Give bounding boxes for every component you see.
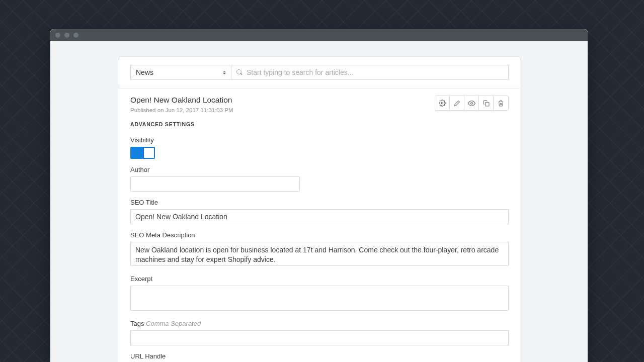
toggle-knob <box>143 147 154 158</box>
app-window: News Open! New Oakland Location Publishe… <box>50 29 588 362</box>
title-block: Open! New Oakland Location Published on … <box>130 96 233 113</box>
card-body: Open! New Oakland Location Published on … <box>119 88 520 362</box>
excerpt-textarea[interactable] <box>130 286 509 311</box>
author-input[interactable] <box>130 176 300 192</box>
window-minimize-dot[interactable] <box>64 33 69 38</box>
advanced-settings-heading: ADVANCED SETTINGS <box>130 121 509 127</box>
visibility-label: Visibility <box>130 136 509 144</box>
settings-button[interactable] <box>435 96 450 110</box>
tags-input[interactable] <box>130 330 509 345</box>
chevron-updown-icon <box>223 71 226 74</box>
title-row: Open! New Oakland Location Published on … <box>130 96 509 113</box>
visibility-field: Visibility <box>130 136 509 159</box>
copy-icon <box>483 100 490 107</box>
category-select-value: News <box>136 68 153 76</box>
url-handle-field: URL Handle <box>130 352 509 362</box>
delete-button[interactable] <box>494 96 508 110</box>
svg-point-1 <box>470 102 472 104</box>
window-zoom-dot[interactable] <box>73 33 78 38</box>
seo-title-input[interactable] <box>130 209 509 224</box>
seo-title-label: SEO Title <box>130 199 509 206</box>
category-select[interactable]: News <box>130 65 231 80</box>
seo-meta-textarea[interactable] <box>130 242 509 266</box>
search-input[interactable] <box>247 68 503 76</box>
window-close-dot[interactable] <box>55 33 60 38</box>
article-card: News Open! New Oakland Location Publishe… <box>119 56 520 362</box>
pencil-icon <box>454 100 460 107</box>
published-prefix: Published on <box>130 107 166 113</box>
trash-icon <box>498 100 504 107</box>
eye-icon <box>468 100 475 107</box>
tags-label: Tags Comma Separated <box>130 320 509 327</box>
url-handle-label: URL Handle <box>130 352 509 360</box>
author-field: Author <box>130 166 509 192</box>
article-title: Open! New Oakland Location <box>130 96 233 105</box>
excerpt-label: Excerpt <box>130 275 509 283</box>
tags-hint: Comma Separated <box>146 320 201 327</box>
app-content: News Open! New Oakland Location Publishe… <box>50 41 588 362</box>
tags-label-text: Tags <box>130 320 146 327</box>
duplicate-button[interactable] <box>479 96 494 110</box>
author-label: Author <box>130 166 509 173</box>
search-icon <box>236 69 243 75</box>
seo-meta-label: SEO Meta Description <box>130 231 509 239</box>
published-line: Published on Jun 12, 2017 11:31:03 PM <box>130 107 233 113</box>
action-button-group <box>435 96 509 111</box>
view-button[interactable] <box>464 96 479 110</box>
window-titlebar <box>50 29 588 41</box>
svg-point-0 <box>441 102 443 104</box>
seo-meta-field: SEO Meta Description <box>130 231 509 268</box>
search-field-wrap <box>231 65 509 80</box>
published-date: Jun 12, 2017 11:31:03 PM <box>166 107 233 113</box>
excerpt-field: Excerpt <box>130 275 509 313</box>
filter-bar: News <box>119 57 520 88</box>
edit-button[interactable] <box>450 96 464 110</box>
svg-rect-2 <box>485 102 489 106</box>
seo-title-field: SEO Title <box>130 199 509 224</box>
gear-icon <box>439 100 446 107</box>
tags-field: Tags Comma Separated <box>130 320 509 345</box>
visibility-toggle[interactable] <box>130 147 155 159</box>
